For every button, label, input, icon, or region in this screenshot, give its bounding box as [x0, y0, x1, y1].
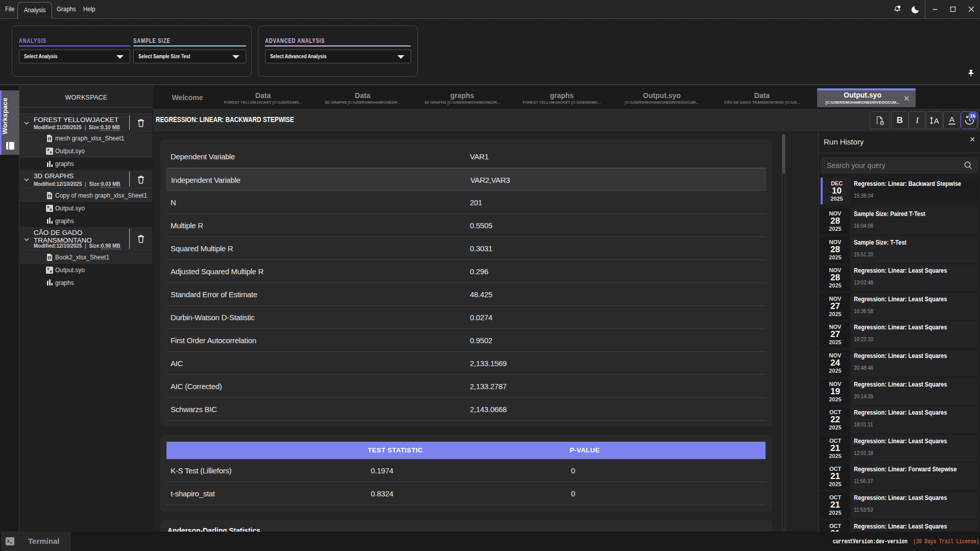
- svg-text:A: A: [934, 116, 940, 125]
- svg-text:A: A: [949, 115, 954, 124]
